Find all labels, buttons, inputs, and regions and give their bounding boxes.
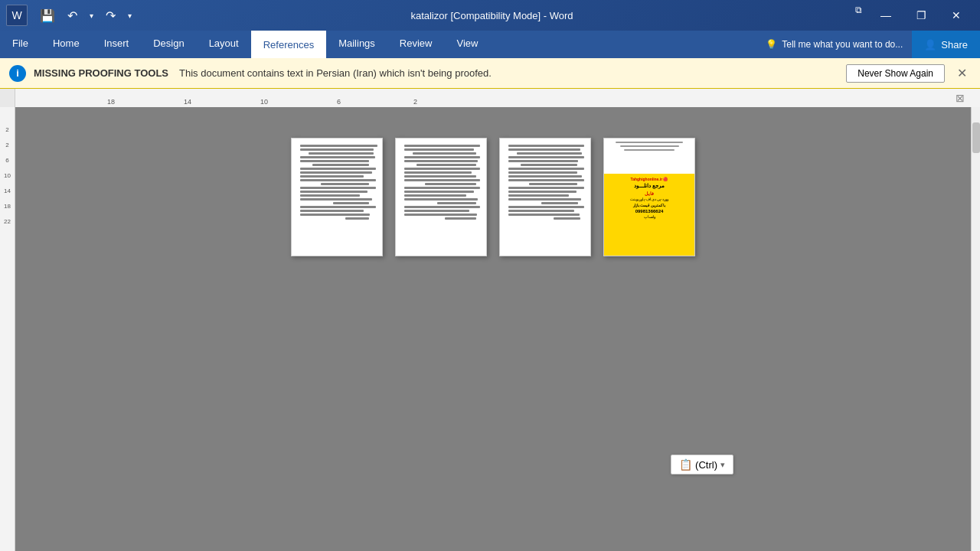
- text-line: [300, 187, 376, 189]
- text-line: [404, 156, 480, 158]
- ruler-2: 2: [413, 98, 417, 106]
- text-line: [508, 160, 578, 162]
- text-line: [425, 183, 476, 185]
- ad-headline: مرجع دانلـــود: [607, 183, 691, 189]
- text-line: [404, 198, 477, 201]
- ruler-markings: 18 14 10 6 2 ⊠: [15, 89, 980, 107]
- text-line: [624, 149, 675, 151]
- text-line: [404, 171, 472, 174]
- share-person-icon: 👤: [924, 39, 936, 51]
- tab-layout[interactable]: Layout: [197, 31, 251, 58]
- notification-bar: i MISSING PROOFING TOOLS This document c…: [0, 58, 980, 89]
- text-line: [508, 198, 580, 201]
- tab-review[interactable]: Review: [387, 31, 445, 58]
- text-line: [404, 191, 474, 193]
- document-canvas: Tahghighonline.ir 🔴 مرجع دانلـــود فایل …: [15, 107, 971, 551]
- text-line: [508, 206, 584, 208]
- never-show-again-button[interactable]: Never Show Again: [846, 64, 945, 83]
- text-line: [300, 206, 376, 208]
- text-line: [404, 214, 476, 216]
- undo-button[interactable]: ↶: [64, 5, 80, 26]
- minimize-button[interactable]: —: [868, 5, 903, 26]
- redo-button[interactable]: ↷: [103, 5, 119, 26]
- text-line: [529, 183, 578, 185]
- text-line: [416, 164, 475, 166]
- ad-price: با کمترین قیمت بازار: [607, 203, 691, 207]
- page-1-content: [292, 139, 382, 226]
- text-line: [300, 160, 369, 162]
- save-button[interactable]: 💾: [37, 5, 58, 26]
- ad-logo-text: Tahghighonline.ir 🔴: [607, 177, 691, 181]
- text-line: [300, 214, 370, 216]
- text-line: [404, 145, 480, 147]
- text-line: [508, 148, 580, 151]
- text-line: [404, 194, 466, 197]
- undo-dropdown[interactable]: ▾: [87, 8, 96, 23]
- tell-me-text: Tell me what you want to do...: [782, 39, 903, 50]
- text-line: [404, 148, 474, 151]
- text-line: [300, 191, 368, 193]
- tab-design[interactable]: Design: [141, 31, 196, 58]
- page-4-ad: Tahghighonline.ir 🔴 مرجع دانلـــود فایل …: [603, 138, 695, 256]
- text-line: [300, 179, 376, 181]
- title-bar-left: W 💾 ↶ ▾ ↷ ▾: [6, 5, 135, 26]
- text-line: [616, 142, 683, 143]
- text-line: [508, 194, 568, 197]
- text-line: [517, 152, 582, 155]
- vertical-scrollbar[interactable]: [971, 107, 980, 551]
- text-line: [508, 210, 574, 212]
- ruler-6: 6: [337, 98, 341, 106]
- paste-options-popup[interactable]: 📋 (Ctrl) ▾: [671, 455, 733, 474]
- text-line: [508, 191, 577, 193]
- horizontal-ruler: 18 14 10 6 2 ⊠: [15, 89, 980, 107]
- text-line: [554, 217, 580, 220]
- tab-references[interactable]: References: [251, 31, 326, 58]
- tab-insert[interactable]: Insert: [92, 31, 142, 58]
- ribbon: File Home Insert Design Layout Reference…: [0, 31, 980, 58]
- ad-subheadline: فایل: [607, 191, 691, 196]
- tab-home[interactable]: Home: [41, 31, 92, 58]
- main-area: 2 2 6 10 14 18 22: [0, 107, 980, 551]
- text-line: [404, 175, 475, 178]
- page-2-content: [396, 139, 486, 226]
- text-line: [333, 202, 370, 204]
- notification-message: This document contains text in Persian (…: [179, 67, 838, 79]
- text-line: [445, 217, 475, 220]
- share-button[interactable]: 👤 Share: [912, 31, 980, 58]
- restore-down-icon[interactable]: ⧉: [849, 5, 868, 26]
- ruler-corner: [0, 89, 15, 107]
- text-line: [300, 171, 371, 174]
- text-line: [300, 148, 373, 151]
- pages-container: Tahghighonline.ir 🔴 مرجع دانلـــود فایل …: [291, 138, 695, 256]
- text-line: [300, 168, 376, 170]
- tab-view[interactable]: View: [444, 31, 490, 58]
- text-line: [508, 214, 579, 216]
- text-line: [413, 152, 476, 155]
- tab-mailings[interactable]: Mailings: [326, 31, 387, 58]
- tell-me-box[interactable]: 💡 Tell me what you want to do...: [756, 31, 912, 58]
- text-line: [345, 217, 370, 220]
- paste-dropdown-arrow[interactable]: ▾: [720, 460, 725, 470]
- notification-close-button[interactable]: ✕: [952, 64, 971, 83]
- paste-icon: 📋: [679, 458, 692, 471]
- ad-yellow-section: Tahghighonline.ir 🔴 مرجع دانلـــود فایل …: [604, 174, 694, 256]
- ruler-adjust-icon[interactable]: ⊠: [956, 92, 965, 104]
- maximize-button[interactable]: ❐: [903, 5, 939, 26]
- tab-file[interactable]: File: [0, 31, 41, 58]
- text-line: [508, 171, 577, 174]
- info-icon: i: [9, 65, 26, 82]
- vruler-14: 14: [0, 184, 15, 199]
- text-line: [300, 194, 359, 197]
- close-button[interactable]: ✕: [939, 5, 974, 26]
- text-line: [620, 145, 679, 147]
- ruler-10: 10: [260, 98, 268, 106]
- notification-title: MISSING PROOFING TOOLS: [34, 67, 168, 79]
- paste-ctrl-label: (Ctrl): [695, 459, 717, 471]
- text-line: [508, 168, 584, 170]
- customize-qat[interactable]: ▾: [125, 8, 135, 23]
- scroll-thumb[interactable]: [972, 122, 980, 153]
- text-line: [404, 179, 480, 181]
- text-line: [300, 156, 375, 158]
- text-line: [404, 187, 480, 189]
- text-line: [508, 156, 584, 158]
